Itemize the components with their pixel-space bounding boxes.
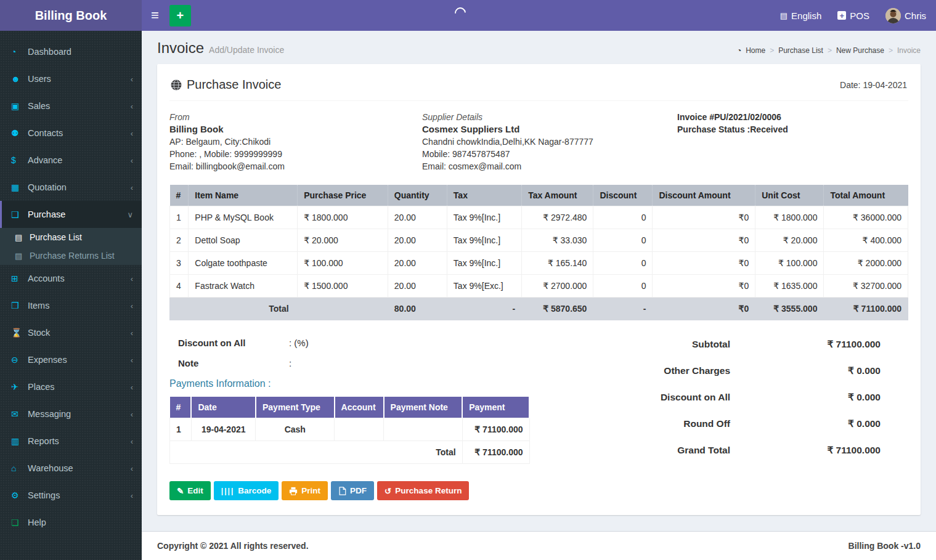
cell: ₹0 [653, 252, 755, 275]
cell: ₹ 20.000 [755, 229, 824, 252]
sidebar-item-accounts[interactable]: ⊞ Accounts ‹ [0, 265, 142, 292]
cubes-icon: ❒ [11, 301, 28, 310]
sidebar-item-quotation[interactable]: ▦ Quotation ‹ [0, 174, 142, 201]
cell: ₹0 [653, 275, 755, 298]
sidebar-item-contacts[interactable]: ⚉ Contacts ‹ [0, 120, 142, 147]
payments-total-value: ₹ 71100.000 [462, 441, 529, 464]
supplier-heading: Supplier Details [422, 111, 677, 123]
summary-value: ₹ 0.000 [730, 418, 881, 429]
invoice-date: Date: 19-04-2021 [840, 80, 907, 90]
breadcrumb-purchase-list[interactable]: Purchase List [778, 46, 823, 55]
sidebar-label: Advance [28, 155, 62, 165]
sidebar-item-expenses[interactable]: ⊖ Expenses ‹ [0, 346, 142, 373]
col-payment-type: Payment Type [256, 397, 335, 418]
breadcrumb-current: Invoice [897, 46, 921, 55]
sidebar-item-settings[interactable]: ⚙ Settings ‹ [0, 482, 142, 509]
total-amount: ₹ 71100.000 [824, 298, 908, 320]
minus-circle-icon: ⊖ [11, 355, 28, 365]
cell [384, 418, 463, 441]
purchase-submenu: ▤ Purchase List ▤ Purchase Returns List [0, 228, 142, 265]
sidebar-label: Accounts [28, 274, 65, 283]
sidebar-item-purchase-list[interactable]: ▤ Purchase List [0, 228, 142, 246]
cell: ₹ 20.000 [298, 229, 388, 252]
sidebar-item-reports[interactable]: ▥ Reports ‹ [0, 428, 142, 455]
envelope-icon: ✉ [11, 409, 28, 419]
sidebar-item-dashboard[interactable]: ◔ Dashboard [0, 38, 142, 65]
language-menu[interactable]: ▤ English [780, 10, 822, 21]
sidebar: ◔ Dashboard ☻ Users ‹ ▣ Sales ‹ ⚉ Contac… [0, 31, 142, 560]
invoice-parties: From Billing Book AP: Belgaum, City:Chik… [169, 101, 908, 179]
add-new-button[interactable]: + [169, 5, 191, 26]
invoice-card: Purchase Invoice Date: 19-04-2021 From B… [157, 64, 921, 515]
barcode-button[interactable]: |||| Barcode [214, 481, 279, 500]
navbar-main: ≡ + ▤ English + POS [142, 0, 936, 31]
cell: 0 [593, 229, 653, 252]
edit-button[interactable]: ✎ Edit [169, 481, 211, 500]
item-row: 3 Colgate toothpaste ₹ 100.000 20.00 Tax… [170, 252, 908, 275]
summary-value: ₹ 0.000 [730, 365, 881, 376]
cell: ₹ 2000.000 [824, 252, 908, 275]
pdf-button[interactable]: PDF [331, 481, 374, 500]
cell: ₹ 400.000 [824, 229, 908, 252]
cell: ₹ 71100.000 [462, 418, 529, 441]
cell: 20.00 [388, 206, 447, 229]
total-quantity: 80.00 [388, 298, 447, 320]
cell: Cash [256, 418, 335, 441]
cell: ₹ 2700.000 [522, 275, 593, 298]
globe-icon [171, 79, 182, 91]
cell: 1 [170, 418, 192, 441]
user-name: Chris [905, 10, 926, 21]
total-discount: - [593, 298, 653, 320]
col-discount: Discount [593, 185, 653, 206]
supplier-name: Cosmex Suppliers Ltd [422, 123, 677, 136]
sidebar-item-stock[interactable]: ⌛ Stock ‹ [0, 319, 142, 346]
cell: ₹ 100.000 [298, 252, 388, 275]
pos-button[interactable]: + POS [837, 10, 869, 21]
sidebar-item-sales[interactable]: ▣ Sales ‹ [0, 92, 142, 120]
total-tax-amount: ₹ 5870.650 [522, 298, 593, 320]
from-phone: Phone: , Mobile: 9999999999 [169, 148, 422, 160]
button-label: Barcode [238, 486, 271, 495]
col-index: # [170, 185, 189, 206]
sidebar-label: Expenses [28, 355, 67, 365]
invoice-meta-block: Invoice #PU/2021/02/0006 Purchase Status… [677, 111, 908, 172]
brand-logo[interactable]: Billing Book [0, 0, 142, 31]
sidebar-item-items[interactable]: ❒ Items ‹ [0, 292, 142, 319]
breadcrumb-separator: > [828, 46, 832, 55]
sidebar-item-users[interactable]: ☻ Users ‹ [0, 65, 142, 92]
summary-value: ₹ 0.000 [730, 392, 881, 403]
sidebar-item-warehouse[interactable]: ⌂ Warehouse ‹ [0, 455, 142, 482]
from-email: Email: billingbook@email.com [169, 160, 422, 172]
sidebar-label: Items [28, 301, 49, 310]
cell: ₹ 36000.000 [824, 206, 908, 229]
sidebar-item-help[interactable]: ❏ Help [0, 509, 142, 536]
sidebar-item-advance[interactable]: $ Advance ‹ [0, 147, 142, 174]
cell: ₹ 165.140 [522, 252, 593, 275]
sidebar-item-places[interactable]: ✈ Places ‹ [0, 373, 142, 400]
menu-toggle-icon[interactable]: ≡ [142, 0, 168, 31]
chevron-left-icon: ‹ [131, 437, 133, 446]
button-label: Print [301, 486, 320, 495]
sidebar-item-purchase-returns-list[interactable]: ▤ Purchase Returns List [0, 246, 142, 265]
user-menu[interactable]: Chris [885, 8, 926, 23]
bar-chart-icon: ▥ [11, 436, 28, 446]
shopping-cart-icon: ▣ [11, 101, 28, 111]
summary-label: Other Charges [560, 365, 730, 376]
cell: 20.00 [388, 229, 447, 252]
sidebar-item-purchase[interactable]: ❑ Purchase ∨ [0, 201, 142, 228]
cell: 20.00 [388, 252, 447, 275]
summary-row-other-charges: Other Charges ₹ 0.000 [560, 365, 881, 376]
print-button[interactable]: Print [282, 481, 328, 500]
list-icon: ▤ [15, 233, 30, 242]
sidebar-label: Messaging [28, 409, 71, 419]
breadcrumb-home[interactable]: Home [746, 46, 765, 55]
sidebar-item-messaging[interactable]: ✉ Messaging ‹ [0, 400, 142, 428]
col-payment: Payment [462, 397, 529, 418]
cell: ₹0 [653, 229, 755, 252]
sidebar-label: Dashboard [28, 47, 71, 57]
summary-label: Subtotal [560, 339, 730, 350]
purchase-return-button[interactable]: ↺ Purchase Return [377, 481, 469, 500]
barcode-icon: |||| [221, 487, 234, 495]
breadcrumb-new-purchase[interactable]: New Purchase [836, 46, 884, 55]
sidebar-label: Help [28, 517, 46, 527]
